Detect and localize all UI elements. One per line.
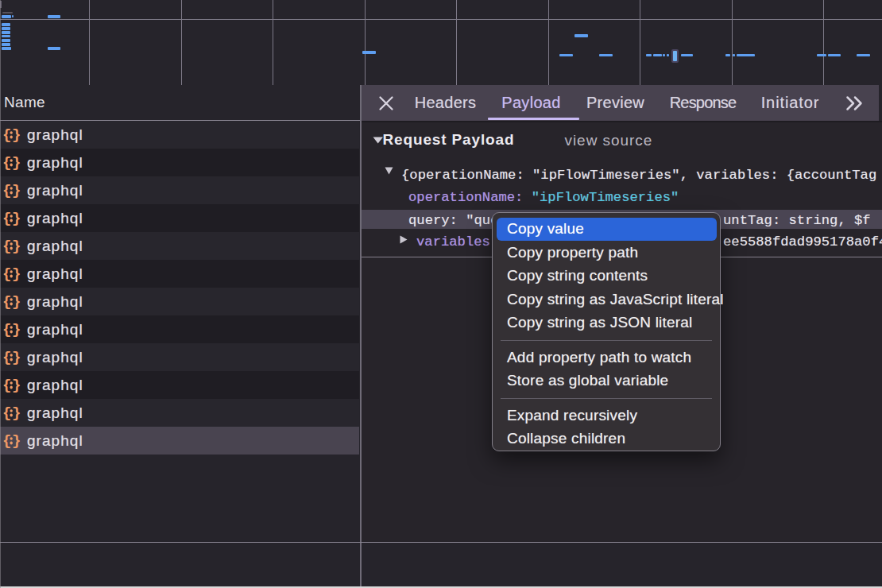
- svg-text:}: }: [12, 349, 21, 365]
- svg-text:{: {: [2, 126, 11, 142]
- svg-text:}: }: [12, 321, 21, 337]
- svg-text:{: {: [2, 265, 11, 281]
- svg-text:{: {: [2, 238, 11, 253]
- svg-text:}: }: [12, 182, 21, 198]
- svg-text:}: }: [12, 404, 21, 420]
- svg-text:{: {: [2, 154, 11, 170]
- svg-text:{: {: [2, 349, 11, 365]
- svg-text:}: }: [12, 293, 21, 309]
- svg-text:{: {: [2, 404, 11, 420]
- svg-text:}: }: [12, 238, 21, 253]
- svg-text:}: }: [12, 126, 21, 142]
- svg-text:{: {: [2, 432, 11, 448]
- svg-text:}: }: [12, 432, 21, 448]
- svg-text:{: {: [2, 182, 11, 198]
- svg-text:}: }: [12, 377, 21, 393]
- svg-text:}: }: [12, 154, 21, 170]
- svg-text:{: {: [2, 377, 11, 393]
- svg-text:{: {: [2, 321, 11, 337]
- svg-text:}: }: [12, 210, 21, 226]
- svg-text:}: }: [12, 265, 21, 281]
- svg-text:{: {: [2, 293, 11, 309]
- svg-text:{: {: [2, 210, 11, 226]
